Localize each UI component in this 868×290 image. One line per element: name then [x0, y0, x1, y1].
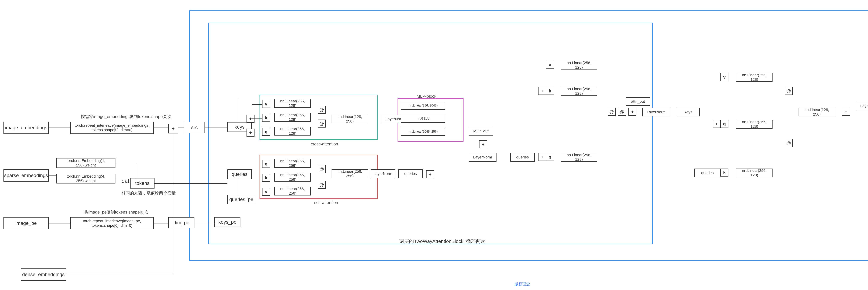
node-image-embeddings: image_embeddings [3, 122, 49, 134]
footer-link[interactable]: 版权理念 [515, 282, 530, 287]
op-upper-av: @ [618, 108, 626, 116]
node-image-pe: image_pe [3, 217, 49, 229]
node-mlp-lin1: nn.Linear(256, 2048) [401, 102, 445, 110]
node-upper-lin-v: nn.Linear(256, 128) [561, 61, 597, 69]
node-deep-lin-v: nn.Linear(256, 128) [736, 73, 773, 82]
op-deep-q: q [720, 120, 728, 128]
label-xattn: cross-attention [311, 142, 338, 146]
node-sattn-ln: LayerNorm [371, 169, 395, 178]
node-keys-2: keys [677, 108, 700, 116]
node-upper-lin-k: nn.Linear(256, 128) [561, 87, 597, 95]
op-deep-qk: @ [785, 87, 793, 95]
node-dense-embeddings: dense_embeddings [21, 268, 66, 281]
node-upper-ln: LayerNorm [642, 108, 670, 116]
node-xattn-lin-v: nn.Linear(256, 128) [274, 99, 311, 108]
node-sattn-lin-k: nn.Linear(256, 256) [274, 173, 311, 181]
node-sattn-lin-v: nn.Linear(256, 256) [274, 187, 311, 196]
node-mlp-out: MLP_out [469, 127, 493, 136]
op-plus-xq: + [247, 128, 254, 137]
op-sattn-q-label: q [262, 160, 270, 168]
label-sattn: self-attention [314, 200, 338, 205]
node-attn-out: attn_out [626, 97, 650, 106]
op-xattn-qk: @ [318, 120, 326, 127]
op-plus-final: + [842, 108, 850, 116]
node-final-out: nn.Linear(128, 256) [799, 108, 835, 116]
node-queries-pe: queries_pe [227, 195, 255, 204]
op-deep-av: @ [785, 139, 793, 147]
node-sparse-embeddings: sparse_embeddings [3, 169, 49, 181]
node-dim-pe: dim_pe [168, 217, 194, 228]
op-upper-q: q [546, 153, 554, 161]
note-repeat-image: 按需将image_embeddings复制tokens.shape[0]次 [81, 114, 172, 119]
node-queries: queries [227, 169, 252, 179]
op-plus-attn-out: + [628, 108, 637, 116]
node-queries-2: queries [510, 153, 535, 162]
op-upper-qk: @ [608, 108, 616, 116]
op-sattn-av: @ [318, 181, 326, 189]
op-xattn-av: @ [318, 106, 326, 114]
node-repeat-image: torch.repeat_interleave(image_embeddings… [70, 122, 154, 134]
op-xattn-v-label: v [262, 100, 270, 108]
node-mlp-ln: LayerNorm [469, 153, 496, 162]
node-emb-mask: torch.nn.Embedding(4, 256).weight [56, 174, 116, 183]
op-deep-v: v [720, 73, 728, 81]
op-plus-sattn-out: + [426, 170, 434, 178]
op-plus-deep-q: + [713, 120, 721, 128]
note-repeat-pe: 将image_pe复制tokens.shape[0]次 [84, 209, 149, 215]
node-tokens: tokens [130, 178, 155, 188]
node-xattn-lin-q: nn.Linear(256, 128) [274, 127, 311, 136]
op-upper-k: k [546, 87, 554, 95]
node-xattn-out: nn.Linear(128, 256) [332, 115, 368, 123]
node-mlp-act: nn.GELU [401, 115, 445, 123]
op-sattn-k-label: k [262, 174, 270, 182]
node-keys-pe: keys_pe [214, 217, 241, 227]
node-sattn-lin-q: nn.Linear(256, 256) [274, 159, 311, 168]
node-upper-lin-q: nn.Linear(256, 128) [561, 153, 597, 162]
op-plus-src: + [168, 124, 178, 134]
op-plus-upper-k: + [538, 87, 546, 95]
op-plus-xk: + [247, 115, 254, 123]
op-plus-mlp: + [479, 140, 487, 148]
node-sattn-queries: queries [398, 169, 423, 178]
node-deep-lin-k: nn.Linear(256, 128) [736, 169, 773, 177]
op-sattn-qk: @ [318, 165, 326, 173]
node-repeat-pe: torch.repeat_interleave(image_pe, tokens… [70, 217, 154, 229]
op-xattn-q-label: q [262, 128, 270, 136]
label-mlp-title: MLP-block [416, 94, 436, 99]
node-emb-iou: torch.nn.Embedding(1, 256).weight [56, 158, 116, 168]
op-plus-upper-q: + [538, 153, 546, 161]
op-xattn-k-label: k [262, 114, 270, 122]
op-deep-k: k [720, 169, 728, 177]
label-block-note: 两层的TwoWayAttentionBlock, 循环两次 [399, 238, 486, 245]
note-cat: 相同的东西，赋值给两个变量 [122, 190, 176, 196]
node-deep-queries: queries [694, 169, 720, 177]
op-sattn-v-label: v [262, 188, 270, 196]
node-xattn-lin-k: nn.Linear(256, 128) [274, 113, 311, 122]
node-src: src [184, 122, 205, 133]
node-deep-lin-q: nn.Linear(256, 128) [736, 120, 773, 128]
node-final-ln: LayerNorm [856, 102, 868, 110]
op-upper-v: v [546, 61, 554, 69]
node-mlp-lin2: nn.Linear(2048, 256) [401, 128, 445, 136]
node-sattn-out: nn.Linear(256, 256) [332, 169, 368, 178]
